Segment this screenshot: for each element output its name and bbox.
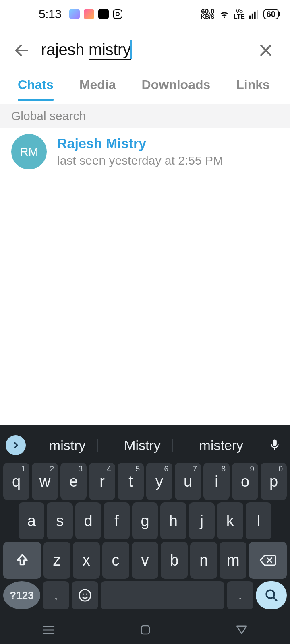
kb-period-key[interactable]: .	[227, 581, 253, 609]
kb-key-j[interactable]: j	[189, 502, 215, 539]
tray-app-icon-1	[69, 9, 80, 19]
svg-rect-3	[257, 10, 258, 19]
back-button[interactable]	[10, 38, 34, 62]
kb-key-b[interactable]: b	[161, 542, 188, 579]
kb-expand-button[interactable]	[6, 435, 26, 455]
nav-recent-icon[interactable]	[42, 625, 56, 635]
search-result-row[interactable]: RM Rajesh Mistry last seen yesterday at …	[0, 128, 290, 175]
kb-key-o[interactable]: o9	[232, 463, 258, 500]
soft-keyboard: mistry Mistry mistery q1w2e3r4t5y6u7i8o9…	[0, 425, 290, 616]
kb-mic-icon[interactable]	[266, 438, 284, 452]
kb-key-s[interactable]: s	[47, 502, 72, 539]
text-cursor	[130, 40, 132, 59]
kb-suggestion-3[interactable]: mistery	[194, 437, 249, 454]
section-global-search: Global search	[0, 104, 290, 128]
kb-suggestion-2[interactable]: Mistry	[118, 437, 166, 454]
kb-key-m[interactable]: m	[220, 542, 246, 579]
svg-point-5	[83, 593, 84, 594]
kb-key-y[interactable]: y6	[146, 463, 172, 500]
kb-key-i[interactable]: i8	[203, 463, 230, 500]
kb-key-d[interactable]: d	[75, 502, 101, 539]
kb-key-c[interactable]: c	[102, 542, 129, 579]
svg-point-6	[86, 593, 87, 594]
kb-suggestion-1[interactable]: mistry	[44, 437, 91, 454]
battery-indicator: 60	[263, 9, 279, 19]
tab-chats[interactable]: Chats	[18, 77, 54, 99]
kb-key-t[interactable]: t5	[118, 463, 144, 500]
kb-key-z[interactable]: z	[44, 542, 70, 579]
nav-back-icon[interactable]	[235, 625, 248, 635]
system-nav-bar	[0, 616, 290, 644]
kb-key-g[interactable]: g	[132, 502, 158, 539]
tab-media[interactable]: Media	[79, 77, 116, 99]
kb-key-h[interactable]: h	[160, 502, 186, 539]
kb-key-l[interactable]: l	[246, 502, 271, 539]
status-time: 5:13	[39, 7, 61, 21]
wifi-icon	[219, 10, 230, 19]
kb-key-x[interactable]: x	[73, 542, 100, 579]
search-header: rajesh mistry	[0, 28, 290, 72]
clear-search-button[interactable]	[254, 38, 278, 62]
network-speed: 60.0 KB/S	[201, 9, 214, 19]
result-status: last seen yesterday at 2:55 PM	[57, 154, 223, 167]
status-bar: 5:13 60.0 KB/S Vo LTE 60	[0, 0, 290, 28]
kb-key-k[interactable]: k	[217, 502, 243, 539]
tray-app-icon-2	[84, 9, 94, 19]
kb-key-n[interactable]: n	[190, 542, 217, 579]
volte-icon: Vo LTE	[234, 9, 245, 19]
svg-rect-0	[249, 16, 251, 19]
kb-search-key[interactable]	[256, 581, 287, 609]
kb-key-q[interactable]: q1	[3, 463, 29, 500]
kb-comma-key[interactable]: ,	[43, 581, 69, 609]
kb-key-e[interactable]: e3	[60, 463, 87, 500]
search-input[interactable]: rajesh mistry	[41, 41, 254, 60]
kb-key-a[interactable]: a	[19, 502, 44, 539]
search-tabs: Chats Media Downloads Links F	[0, 72, 290, 104]
kb-key-r[interactable]: r4	[89, 463, 115, 500]
kb-key-p[interactable]: p0	[261, 463, 287, 500]
avatar: RM	[11, 134, 47, 169]
nav-home-icon[interactable]	[139, 624, 151, 636]
kb-key-f[interactable]: f	[104, 502, 129, 539]
signal-icon	[249, 10, 259, 19]
tray-app-icon-instagram	[113, 9, 122, 19]
kb-emoji-key[interactable]	[72, 581, 98, 609]
tray-app-icon-3	[98, 9, 109, 19]
result-name: Rajesh Mistry	[57, 136, 223, 151]
kb-key-w[interactable]: w2	[32, 463, 58, 500]
kb-space-key[interactable]	[101, 581, 224, 609]
kb-key-u[interactable]: u7	[175, 463, 201, 500]
tab-downloads[interactable]: Downloads	[142, 77, 211, 99]
svg-point-4	[79, 590, 91, 601]
kb-key-v[interactable]: v	[132, 542, 159, 579]
svg-rect-2	[254, 12, 256, 19]
kb-backspace-key[interactable]	[249, 542, 287, 579]
svg-rect-1	[252, 14, 253, 19]
tab-links[interactable]: Links	[236, 77, 270, 99]
kb-shift-key[interactable]	[3, 542, 41, 579]
kb-numbers-key[interactable]: ?123	[3, 581, 40, 609]
svg-rect-8	[141, 626, 149, 634]
